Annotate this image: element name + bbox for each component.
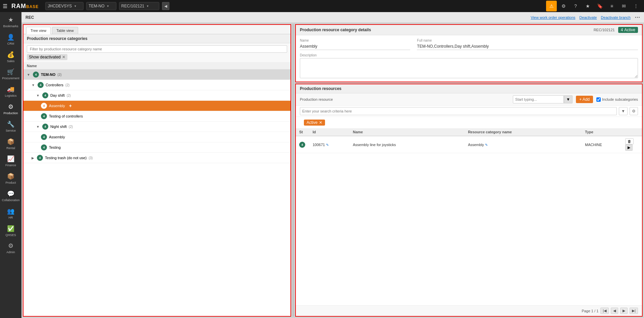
edit-category-link[interactable]: ✎ (485, 143, 488, 147)
collaboration-icon: 💬 (7, 190, 14, 197)
status-badge: 4 (42, 92, 48, 98)
caret-icon: ▼ (36, 125, 40, 129)
resource-search-input[interactable] (513, 95, 564, 103)
finance-icon: 📈 (7, 155, 14, 163)
sidebar-item-admin[interactable]: ⚙ Admin (0, 239, 21, 257)
col-name: Name (350, 128, 465, 136)
include-subcategories-label[interactable]: Include subcategories (602, 97, 638, 101)
prev-page-button[interactable]: ◀ (611, 308, 618, 314)
menu-icon[interactable]: ≡ (606, 1, 617, 11)
sidebar-item-service[interactable]: 🔧 Service (0, 118, 21, 135)
filter-tag-remove[interactable]: ✕ (62, 55, 65, 59)
tree-item-assembly-night[interactable]: 4 Assembly (23, 132, 290, 142)
sidebar-item-finance[interactable]: 📈 Finance (0, 152, 21, 170)
product-icon: 📦 (7, 173, 14, 180)
fullname-value: TEM-NO,Controllers,Day shift,Assembly (417, 43, 638, 50)
details-header: Production resource category details REC… (296, 25, 642, 35)
field-fullname: Full name TEM-NO,Controllers,Day shift,A… (417, 39, 638, 50)
record-selector[interactable]: REC/102121 (119, 2, 159, 10)
company-selector[interactable]: JHCDEVSYS (45, 2, 84, 10)
tab-table-view[interactable]: Table view (52, 27, 78, 34)
sidebar-item-product[interactable]: 📦 Product (0, 170, 21, 187)
status-badge: 4 (42, 124, 48, 130)
sales-icon: 💰 (7, 51, 14, 58)
row-id: 100671✎ (309, 136, 350, 153)
production-icon: ⚙ (8, 103, 13, 110)
status-badge: 4 (41, 144, 47, 150)
col-actions (622, 128, 642, 136)
edit-id-link[interactable]: ✎ (326, 143, 329, 147)
sidebar: ★ Bookmarks 👤 CRM 💰 Sales 🛒 Procurement … (0, 12, 21, 318)
crm-icon: 👤 (7, 34, 14, 41)
first-page-button[interactable]: |◀ (600, 308, 609, 314)
active-filter-remove[interactable]: ✕ (319, 120, 322, 125)
status-badge: 4 (41, 113, 47, 119)
include-subcategories-checkbox[interactable] (596, 97, 601, 102)
sidebar-item-collaboration[interactable]: 💬 Collaboration (0, 187, 21, 205)
expand-row-button[interactable]: ▶ (625, 144, 633, 151)
resources-header: Production resources (296, 84, 642, 93)
mail-icon[interactable]: ✉ (619, 1, 629, 11)
table-row[interactable]: 4 100671✎ Assembly line for joysticks As… (296, 136, 642, 153)
view-work-order-link[interactable]: View work order operations (531, 15, 575, 19)
top-bar-right: ⚠ ⚙ ? ★ 🔖 ≡ ✉ ⋮ (546, 1, 641, 11)
status-badge-active: 4 Active (618, 27, 638, 33)
settings-icon-button[interactable]: ⚙ (630, 107, 638, 115)
star-icon[interactable]: ★ (582, 1, 593, 11)
delete-row-button[interactable]: 🗑 (625, 138, 634, 144)
bookmark-icon[interactable]: 🔖 (594, 1, 605, 11)
details-section: Production resource category details REC… (295, 24, 643, 82)
right-panel: Production resource category details REC… (295, 24, 643, 317)
resource-search-criteria[interactable] (300, 107, 617, 115)
sidebar-item-procurement[interactable]: 🛒 Procurement (0, 65, 21, 83)
tree-item-assembly-day[interactable]: 4 Assembly + (23, 101, 290, 111)
resources-toolbar: Production resource ▼ + Add Include subc… (296, 93, 642, 106)
sidebar-item-logistics[interactable]: 🚚 Logistics (0, 83, 21, 100)
description-textarea[interactable] (300, 58, 638, 78)
sidebar-item-hr[interactable]: 👥 HR (0, 205, 21, 222)
sidebar-item-sales[interactable]: 💰 Sales (0, 48, 21, 66)
app-logo: RAMBASE (11, 3, 39, 10)
sidebar-item-production[interactable]: ⚙ Production (0, 100, 21, 118)
nav-back-button[interactable]: ◀ (162, 2, 169, 10)
filter-input[interactable] (27, 45, 287, 53)
tab-tree-view[interactable]: Tree view (26, 27, 51, 34)
tree-item-testing-controllers[interactable]: 4 Testing of controllers (23, 111, 290, 122)
panel-divider[interactable] (292, 24, 294, 317)
settings-icon[interactable]: ⚙ (558, 1, 569, 11)
include-subcategories-group: Include subcategories (596, 97, 638, 102)
hamburger-icon[interactable]: ☰ (3, 3, 7, 9)
deactivate-branch-link[interactable]: Deactivate branch (601, 15, 631, 19)
resource-dropdown-btn[interactable]: ▼ (564, 95, 573, 103)
tree-item-day-shift[interactable]: ▼ 4 Day shift (2) (23, 90, 290, 101)
filter-icon-button[interactable]: ▼ (619, 107, 628, 115)
details-meta: REC/102121 4 Active (594, 27, 638, 33)
sidebar-item-rental[interactable]: 📦 Rental (0, 135, 21, 153)
col-st: St (296, 128, 309, 136)
caret-icon: ▼ (36, 94, 40, 97)
tree-item-testing-trash[interactable]: ▶ 4 Testing trash (do not use) (3) (23, 153, 290, 163)
add-resource-button[interactable]: + Add (576, 96, 593, 103)
sidebar-item-crm[interactable]: 👤 CRM (0, 31, 21, 48)
next-page-button[interactable]: ▶ (620, 308, 628, 314)
module-selector[interactable]: TEM-NO (86, 2, 116, 10)
tree-item-testing[interactable]: 4 Testing (23, 142, 290, 153)
sidebar-item-bookmarks[interactable]: ★ Bookmarks (0, 13, 21, 31)
tree-item-controllers[interactable]: ▼ 4 Controllers (2) (23, 80, 290, 90)
tree-item-tem-no[interactable]: ▼ 4 TEM-NO (2) (23, 70, 290, 80)
sidebar-item-qhses[interactable]: ✅ QHSES (0, 222, 21, 240)
more-icon[interactable]: ⋮ (631, 1, 641, 11)
sub-header: REC View work order operations Deactivat… (21, 12, 644, 23)
add-assembly-button[interactable]: + (69, 103, 72, 108)
row-status: 4 (296, 136, 309, 153)
tree-item-night-shift[interactable]: ▼ 4 Night shift (2) (23, 122, 290, 132)
last-page-button[interactable]: ▶| (630, 308, 638, 314)
service-icon: 🔧 (7, 121, 14, 128)
tree-column-header: Name (23, 62, 290, 70)
help-icon[interactable]: ? (570, 1, 581, 11)
field-name: Name Assembly (300, 39, 410, 50)
more-actions-button[interactable]: ⋯ (635, 14, 640, 20)
filter-tag-deactivated: Show deactivated ✕ (27, 54, 67, 60)
deactivate-link[interactable]: Deactivate (579, 15, 597, 19)
alert-icon[interactable]: ⚠ (546, 1, 557, 11)
